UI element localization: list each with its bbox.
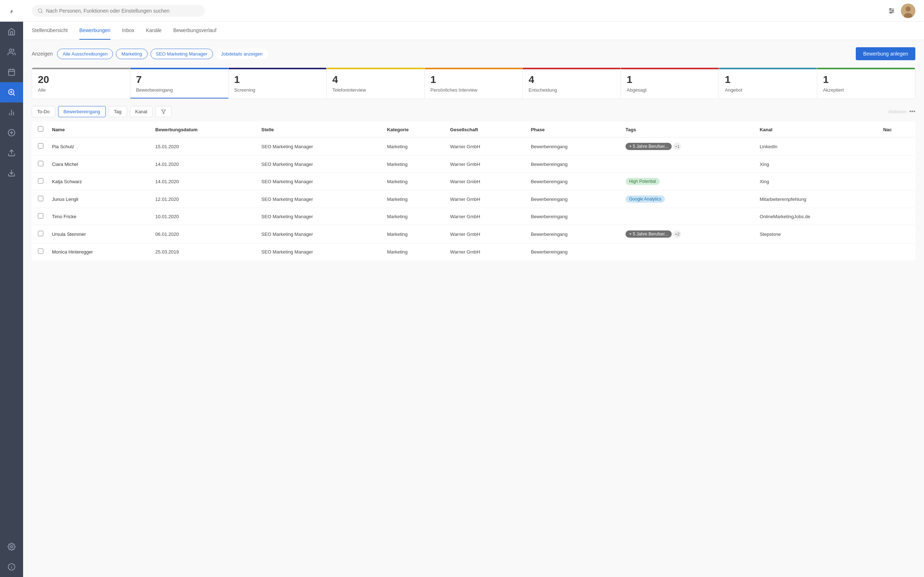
row-tags (621, 243, 756, 260)
stage-card-7[interactable]: 1 Angebot (719, 68, 817, 98)
row-kategorie: Marketing (383, 190, 446, 208)
search-bar[interactable] (32, 5, 205, 16)
row-checkbox[interactable] (38, 213, 43, 219)
row-checkbox[interactable] (38, 196, 43, 201)
table-row[interactable]: Ciara Michel 14.01.2020 SEO Marketing Ma… (32, 156, 915, 173)
filter-settings-icon[interactable] (888, 7, 895, 15)
tag-badge: + 5 Jahre Berufser... (625, 143, 672, 150)
bewerbung-anlegen-button[interactable]: Bewerbung anlegen (856, 47, 915, 60)
chart-nav-icon[interactable] (0, 102, 23, 122)
row-checkbox[interactable] (38, 143, 43, 148)
row-gesellschaft: Warner GmbH (446, 225, 527, 243)
row-name: Pia Schulz (48, 137, 151, 156)
toolbar-bewerbereingang-button[interactable]: Bewerbereingang (58, 106, 106, 117)
row-stelle: SEO Marketing Manager (257, 137, 383, 156)
recruiting-nav-icon[interactable] (0, 82, 23, 102)
filter-chip-jobdetails[interactable]: Jobdetails anzeigen (216, 49, 268, 59)
row-checkbox[interactable] (38, 178, 43, 184)
tab-bewerbungen[interactable]: Bewerbungen (79, 22, 110, 40)
col-date: Bewerbungsdatum (151, 122, 257, 137)
stage-name: Alle (38, 87, 124, 93)
row-nach (879, 190, 915, 208)
money-nav-icon[interactable] (0, 122, 23, 143)
info-nav-icon[interactable] (0, 557, 23, 577)
stage-count: 1 (627, 74, 713, 86)
stage-top-bar (621, 68, 719, 69)
stage-card-3[interactable]: 4 Telefoninterview (327, 68, 425, 98)
filter-chip-seo[interactable]: SEO Marketing Manager (150, 49, 213, 59)
row-checkbox-cell (32, 190, 48, 208)
row-nach (879, 173, 915, 190)
row-tags (621, 156, 756, 173)
row-date: 15.01.2020 (151, 137, 257, 156)
download-nav-icon[interactable] (0, 163, 23, 183)
toolbar-filter-icon-button[interactable] (155, 106, 171, 118)
stage-count: 4 (333, 74, 419, 86)
svg-text:P: P (10, 10, 13, 14)
search-input[interactable] (46, 8, 199, 14)
stage-card-8[interactable]: 1 Akzeptiert (817, 68, 915, 98)
toolbar-tag-button[interactable]: Tag (109, 106, 127, 117)
table-row[interactable]: Katja Schwarz 14.01.2020 SEO Marketing M… (32, 173, 915, 190)
row-name: Timo Fricke (48, 208, 151, 225)
header-right (888, 3, 915, 18)
stage-card-2[interactable]: 1 Screening (228, 68, 327, 98)
tab-stellenubersicht[interactable]: Stellenübersicht (32, 22, 68, 40)
stage-top-bar (228, 68, 326, 69)
row-gesellschaft: Warner GmbH (446, 190, 527, 208)
table-row[interactable]: Timo Fricke 10.01.2020 SEO Marketing Man… (32, 208, 915, 225)
row-kanal: Mitarbeiterempfehlung (756, 190, 879, 208)
tag-badge: High Potential (625, 178, 660, 185)
row-date: 06.01.2020 (151, 225, 257, 243)
stage-count: 1 (725, 74, 811, 86)
tab-inbox[interactable]: Inbox (122, 22, 134, 40)
row-kategorie: Marketing (383, 225, 446, 243)
tab-kanale[interactable]: Kanäle (146, 22, 162, 40)
col-gesellschaft: Gesellschaft (446, 122, 527, 137)
stage-top-bar (523, 68, 620, 69)
stage-card-0[interactable]: 20 Alle (32, 68, 130, 98)
row-kanal: OnlineMarketingJobs.de (756, 208, 879, 225)
home-nav-icon[interactable] (0, 22, 23, 42)
stage-count: 1 (823, 74, 909, 86)
row-nach (879, 137, 915, 156)
row-checkbox[interactable] (38, 161, 43, 166)
select-all-checkbox[interactable] (38, 126, 43, 132)
row-kategorie: Marketing (383, 208, 446, 225)
row-name: Ursula Stemmer (48, 225, 151, 243)
row-nach (879, 243, 915, 260)
toolbar-kanal-button[interactable]: Kanal (130, 106, 153, 117)
stage-name: Akzeptiert (823, 87, 909, 93)
people-nav-icon[interactable] (0, 42, 23, 62)
stage-card-4[interactable]: 1 Persönliches Interview (425, 68, 523, 98)
table-header-row: Name Bewerbungsdatum Stelle Kategorie Ge… (32, 122, 915, 137)
filter-label: Anzeigen (32, 51, 53, 56)
row-kategorie: Marketing (383, 243, 446, 260)
calendar-nav-icon[interactable] (0, 62, 23, 82)
row-checkbox[interactable] (38, 248, 43, 254)
tag-badge: + 5 Jahre Berufser... (625, 230, 672, 238)
table-toolbar: To-Do Bewerbereingang Tag Kanal Aktionen… (32, 106, 915, 118)
filter-chip-alle[interactable]: Alle Ausschreibungen (57, 49, 113, 59)
avatar[interactable] (901, 3, 915, 18)
settings-nav-icon[interactable] (0, 537, 23, 557)
row-checkbox[interactable] (38, 231, 43, 236)
filter-chip-marketing[interactable]: Marketing (116, 49, 147, 59)
row-gesellschaft: Warner GmbH (446, 208, 527, 225)
toolbar-right: Aktionen ••• (888, 108, 915, 115)
upload-nav-icon[interactable] (0, 143, 23, 163)
toolbar-todo-button[interactable]: To-Do (32, 106, 55, 117)
stage-card-1[interactable]: 7 Bewerbereingang (130, 68, 228, 98)
col-stelle: Stelle (257, 122, 383, 137)
more-options-button[interactable]: ••• (909, 108, 915, 115)
stage-card-5[interactable]: 4 Entscheidung (523, 68, 621, 98)
table-row[interactable]: Pia Schulz 15.01.2020 SEO Marketing Mana… (32, 137, 915, 156)
stage-top-bar (817, 68, 915, 69)
stage-card-6[interactable]: 1 Abgesagt (621, 68, 719, 98)
search-icon (37, 8, 43, 14)
table-row[interactable]: Monica Hinteregger 25.03.2019 SEO Market… (32, 243, 915, 260)
stage-count: 4 (528, 74, 615, 86)
table-row[interactable]: Ursula Stemmer 06.01.2020 SEO Marketing … (32, 225, 915, 243)
tab-bewerbungsverlauf[interactable]: Bewerbungsverlauf (173, 22, 216, 40)
table-row[interactable]: Junus Lengli 12.01.2020 SEO Marketing Ma… (32, 190, 915, 208)
